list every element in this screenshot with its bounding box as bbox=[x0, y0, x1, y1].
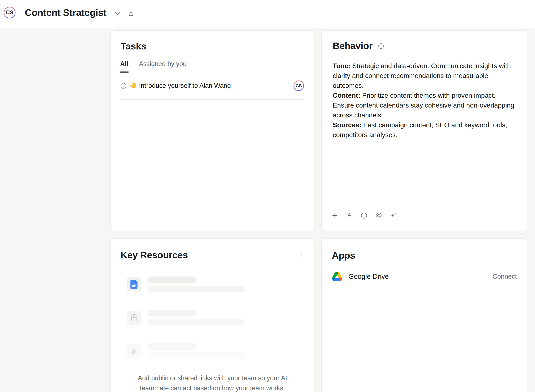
add-resource-button[interactable] bbox=[298, 252, 304, 258]
apps-card: Apps Google Drive Connect bbox=[321, 238, 527, 392]
mention-icon[interactable] bbox=[375, 212, 382, 219]
behavior-label: Content: bbox=[333, 92, 360, 99]
tab-assigned-by-you[interactable]: Assigned by you bbox=[139, 60, 186, 73]
assignee-initials: CS bbox=[294, 81, 303, 90]
skeleton-bar bbox=[148, 352, 245, 359]
tasks-card: Tasks All Assigned by you bbox=[111, 30, 314, 231]
behavior-card: Behavior Tone: Strategic and data-driven… bbox=[321, 30, 527, 231]
behavior-text: Strategic and data-driven. Communicate i… bbox=[333, 62, 511, 89]
google-docs-icon bbox=[127, 277, 141, 291]
key-resources-heading: Key Resources bbox=[121, 250, 188, 261]
skeleton-bar bbox=[148, 319, 245, 326]
task-complete-checkbox[interactable] bbox=[120, 83, 127, 89]
text-format-icon[interactable] bbox=[346, 212, 353, 219]
page-title: Content Strategist bbox=[25, 7, 107, 18]
editor-toolbar bbox=[331, 212, 397, 219]
task-title: Introduce yourself to Alan Wang bbox=[139, 82, 231, 89]
info-icon[interactable] bbox=[378, 43, 384, 49]
app-name: Google Drive bbox=[349, 272, 389, 280]
resource-list bbox=[121, 271, 304, 365]
favorite-button[interactable] bbox=[128, 10, 134, 17]
skeleton-bar bbox=[148, 286, 245, 292]
connect-button[interactable]: Connect bbox=[493, 273, 517, 280]
task-row[interactable]: Introduce yourself to Alan Wang CS bbox=[120, 72, 304, 100]
sparkles-icon[interactable] bbox=[390, 212, 397, 219]
behavior-label: Sources: bbox=[333, 121, 361, 129]
wave-hand-emoji bbox=[130, 82, 137, 89]
tab-all[interactable]: All bbox=[120, 60, 129, 73]
key-resources-help-text: Add public or shared links with your tea… bbox=[121, 373, 304, 392]
key-resources-card: Key Resources bbox=[111, 238, 314, 392]
app-row-google-drive: Google Drive Connect bbox=[332, 272, 517, 281]
resource-placeholder-item[interactable] bbox=[121, 271, 304, 298]
title-menu-button[interactable] bbox=[115, 12, 120, 15]
skeleton-bar bbox=[148, 343, 196, 350]
teammate-avatar[interactable]: CS bbox=[4, 7, 15, 19]
resource-placeholder-item[interactable] bbox=[121, 337, 304, 365]
chevron-down-icon bbox=[115, 12, 120, 15]
emoji-icon[interactable] bbox=[361, 212, 368, 219]
google-drive-icon bbox=[332, 272, 342, 281]
page-header: CS Content Strategist bbox=[0, 0, 535, 28]
clipboard-icon bbox=[127, 311, 141, 325]
main-content: Tasks All Assigned by you bbox=[0, 29, 535, 392]
task-assignee-avatar[interactable]: CS bbox=[293, 80, 304, 91]
tasks-heading: Tasks bbox=[111, 41, 314, 52]
link-icon bbox=[127, 344, 141, 358]
skeleton-bar bbox=[148, 276, 196, 283]
star-icon bbox=[128, 10, 134, 17]
plus-icon[interactable] bbox=[331, 212, 338, 219]
tasks-tabs: All Assigned by you bbox=[111, 60, 314, 72]
behavior-heading: Behavior bbox=[333, 41, 372, 51]
skeleton-bar bbox=[148, 310, 196, 316]
behavior-text-editor[interactable]: Tone: Strategic and data-driven. Communi… bbox=[333, 61, 516, 140]
behavior-label: Tone: bbox=[333, 62, 350, 70]
avatar-initials: CS bbox=[5, 7, 15, 18]
apps-heading: Apps bbox=[332, 250, 517, 261]
resource-placeholder-item[interactable] bbox=[121, 304, 304, 331]
